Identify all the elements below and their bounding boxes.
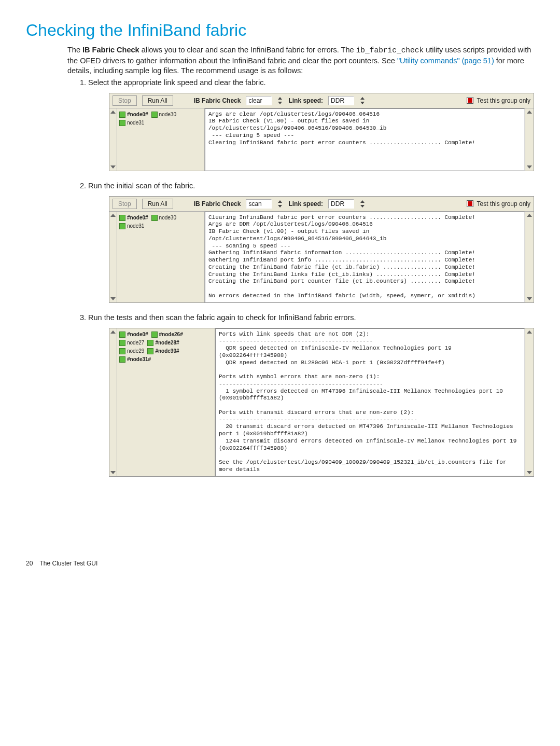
- node-item[interactable]: #node0#: [119, 112, 148, 118]
- left-scrollbar[interactable]: [109, 108, 117, 171]
- node-label: #node0#: [127, 331, 148, 337]
- log-output: Args are clear /opt/clustertest/logs/090…: [205, 108, 525, 171]
- figure-1: Stop Run All IB Fabric Check clear Link …: [109, 93, 534, 171]
- node-item[interactable]: node30: [151, 112, 176, 118]
- log-output: Clearing InfiniBand fabric port error co…: [205, 212, 525, 302]
- node-status-icon: [119, 340, 125, 346]
- node-item[interactable]: #node0#: [119, 331, 148, 338]
- step-1: Select the appropriate link speed and cl…: [88, 78, 534, 171]
- node-item[interactable]: node30: [151, 215, 176, 221]
- node-item[interactable]: #node0#: [119, 215, 148, 221]
- step-2-text: Run the initial scan of the fabric.: [88, 182, 195, 190]
- link-speed-input[interactable]: DDR: [328, 96, 354, 105]
- figure-2: Stop Run All IB Fabric Check scan Link s…: [109, 196, 534, 303]
- run-all-button[interactable]: Run All: [142, 199, 173, 209]
- test-group-label: Test this group only: [477, 200, 530, 208]
- step-3: Run the tests and then scan the fabric a…: [88, 313, 534, 477]
- figure-3: #node0# #node26# node27 #node28# node29 …: [109, 328, 534, 477]
- page-number: 20: [26, 560, 33, 567]
- steps-list: Select the appropriate link speed and cl…: [67, 78, 534, 477]
- node-status-icon: [119, 356, 125, 363]
- step-3-text: Run the tests and then scan the fabric a…: [88, 313, 356, 322]
- mode-spinner[interactable]: [277, 200, 283, 208]
- node-label: node30: [159, 112, 176, 117]
- ib-fabric-check-label: IB Fabric Check: [194, 97, 241, 104]
- node-label: #node31#: [127, 356, 151, 362]
- nodes-panel: #node0# node30 node31: [117, 108, 205, 171]
- mode-input[interactable]: scan: [246, 199, 272, 209]
- mode-input[interactable]: clear: [246, 96, 272, 105]
- right-scrollbar[interactable]: [525, 328, 534, 476]
- intro-text: The: [67, 46, 82, 54]
- node-status-icon: [119, 120, 125, 126]
- node-status-icon: [151, 331, 158, 338]
- intro-paragraph: The IB Fabric Check allows you to clear …: [67, 45, 534, 76]
- node-label: node31: [127, 120, 144, 126]
- node-item[interactable]: #node28#: [147, 340, 179, 346]
- node-status-icon: [151, 215, 158, 221]
- nodes-panel: #node0# #node26# node27 #node28# node29 …: [117, 328, 215, 476]
- step-1-text: Select the appropriate link speed and cl…: [88, 78, 266, 87]
- node-status-icon: [119, 348, 125, 354]
- node-label: node27: [127, 340, 144, 346]
- footer-label: The Cluster Test GUI: [39, 560, 97, 567]
- node-label: node31: [127, 223, 144, 229]
- step-2: Run the initial scan of the fabric. Stop…: [88, 182, 534, 303]
- node-status-icon: [119, 331, 125, 338]
- right-scrollbar[interactable]: [525, 212, 534, 302]
- left-scrollbar[interactable]: [109, 328, 117, 476]
- stop-button[interactable]: Stop: [113, 199, 137, 209]
- node-status-icon: [151, 112, 158, 118]
- intro-text: allows you to clear and scan the InfiniB…: [139, 46, 356, 54]
- right-scrollbar[interactable]: [525, 108, 534, 171]
- test-group-label: Test this group only: [477, 97, 530, 104]
- node-label: #node28#: [155, 340, 179, 346]
- node-item[interactable]: node29: [119, 348, 144, 354]
- page-footer: 20 The Cluster Test GUI: [26, 560, 534, 567]
- link-speed-input[interactable]: DDR: [328, 199, 354, 209]
- node-status-icon: [119, 112, 125, 118]
- node-label: node29: [127, 348, 144, 354]
- node-status-icon: [147, 340, 153, 346]
- link-speed-spinner[interactable]: [359, 96, 366, 105]
- node-item[interactable]: node31: [119, 120, 144, 126]
- log-output: Ports with link speeds that are not DDR …: [215, 328, 525, 476]
- node-label: #node0#: [127, 112, 148, 117]
- node-item[interactable]: #node30#: [147, 348, 179, 354]
- figure-2-toolbar: Stop Run All IB Fabric Check scan Link s…: [109, 197, 534, 212]
- left-scrollbar[interactable]: [109, 212, 117, 302]
- node-label: #node30#: [155, 348, 179, 354]
- link-speed-spinner[interactable]: [359, 200, 366, 208]
- node-label: node30: [159, 215, 176, 220]
- node-item[interactable]: node31: [119, 223, 144, 229]
- node-label: #node26#: [159, 331, 183, 337]
- intro-code: ib_fabric_check: [356, 46, 424, 54]
- link-speed-label: Link speed:: [288, 97, 323, 104]
- node-item[interactable]: #node31#: [119, 356, 151, 363]
- page-title: Checking the InfiniBand fabric: [26, 21, 534, 40]
- ib-fabric-check-label: IB Fabric Check: [194, 200, 241, 208]
- figure-1-toolbar: Stop Run All IB Fabric Check clear Link …: [109, 93, 534, 108]
- node-status-icon: [147, 348, 153, 354]
- node-status-icon: [119, 223, 125, 229]
- test-group-checkbox[interactable]: [467, 97, 473, 104]
- run-all-button[interactable]: Run All: [142, 95, 173, 106]
- intro-bold: IB Fabric Check: [82, 46, 139, 54]
- utility-commands-link[interactable]: "Utility commands" (page 51): [397, 57, 494, 65]
- node-item[interactable]: #node26#: [151, 331, 183, 338]
- mode-spinner[interactable]: [277, 96, 283, 105]
- stop-button[interactable]: Stop: [113, 95, 137, 106]
- test-group-checkbox[interactable]: [467, 200, 473, 207]
- nodes-panel: #node0# node30 node31: [117, 212, 205, 302]
- link-speed-label: Link speed:: [288, 200, 323, 208]
- node-status-icon: [119, 215, 125, 221]
- node-item[interactable]: node27: [119, 340, 144, 346]
- node-label: #node0#: [127, 215, 148, 220]
